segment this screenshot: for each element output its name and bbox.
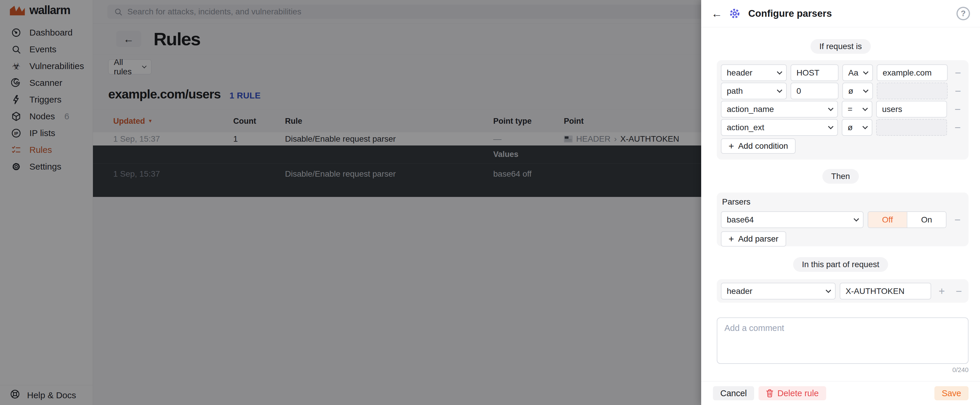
comment-field-wrap: [717, 318, 969, 364]
panel-header: ← Configure parsers ?: [701, 0, 980, 27]
help-icon[interactable]: ?: [956, 7, 970, 20]
delete-rule-button[interactable]: Delete rule: [759, 386, 826, 400]
condition-operator-select[interactable]: ø: [842, 119, 872, 136]
section-then: Then: [822, 169, 859, 184]
condition-field-select[interactable]: path: [721, 83, 787, 99]
request-part-card: header + −: [717, 279, 969, 303]
chevron-down-icon: [862, 124, 868, 129]
parser-on-option[interactable]: On: [907, 212, 946, 227]
condition-row: path ø −: [721, 83, 964, 99]
condition-value-input[interactable]: [877, 64, 948, 81]
cancel-button[interactable]: Cancel: [713, 386, 754, 400]
remove-condition-button[interactable]: −: [951, 85, 964, 98]
request-part-value-input[interactable]: [840, 283, 931, 300]
chevron-down-icon: [863, 87, 868, 92]
conditions-card: header Aa − path ø − action_name = − act…: [717, 60, 969, 160]
condition-operator-select[interactable]: ø: [842, 83, 873, 99]
parser-gear-icon: [728, 7, 741, 20]
chevron-down-icon: [854, 216, 859, 221]
parsers-label: Parsers: [722, 197, 964, 206]
trash-icon: [766, 389, 773, 397]
condition-operator-select[interactable]: Aa: [842, 64, 873, 81]
comment-textarea[interactable]: [717, 318, 969, 364]
remove-condition-button[interactable]: −: [951, 103, 964, 116]
chevron-down-icon: [777, 69, 782, 75]
remove-part-button[interactable]: −: [952, 285, 965, 298]
condition-row: action_ext ø −: [721, 119, 964, 136]
condition-field-select[interactable]: header: [721, 64, 787, 81]
request-part-row: header + −: [721, 283, 964, 300]
add-condition-button[interactable]: +Add condition: [721, 138, 795, 154]
remove-parser-button[interactable]: −: [951, 213, 964, 226]
panel-footer: Cancel Delete rule Save: [701, 381, 980, 405]
remove-condition-button[interactable]: −: [951, 121, 964, 134]
parser-state-toggle: Off On: [868, 211, 947, 228]
chevron-down-icon: [826, 287, 831, 293]
condition-arg-input[interactable]: [791, 83, 838, 99]
chevron-down-icon: [828, 124, 833, 129]
remove-condition-button[interactable]: −: [951, 67, 964, 79]
add-parser-button[interactable]: +Add parser: [721, 231, 786, 246]
plus-icon: +: [729, 234, 734, 244]
parser-off-option[interactable]: Off: [868, 212, 907, 227]
chevron-down-icon: [777, 87, 782, 92]
condition-field-select[interactable]: action_name: [721, 101, 838, 118]
parser-select[interactable]: base64: [721, 211, 864, 228]
add-part-button[interactable]: +: [935, 285, 948, 298]
condition-value-input[interactable]: [876, 101, 947, 118]
configure-parsers-panel: ← Configure parsers ? If request is head…: [701, 0, 980, 405]
panel-title: Configure parsers: [748, 8, 951, 19]
request-part-select[interactable]: header: [721, 283, 835, 300]
condition-value-input-disabled: [877, 83, 948, 99]
chevron-down-icon: [828, 105, 833, 111]
section-if-request-is: If request is: [811, 39, 871, 54]
chevron-down-icon: [862, 105, 868, 111]
save-button[interactable]: Save: [934, 386, 969, 400]
condition-arg-input[interactable]: [791, 64, 838, 81]
parsers-card: Parsers base64 Off On − +Add parser: [717, 192, 969, 246]
condition-row: action_name = −: [721, 101, 964, 118]
parser-row: base64 Off On −: [721, 211, 964, 228]
plus-icon: +: [729, 141, 734, 151]
section-in-this-part: In this part of request: [793, 257, 888, 272]
condition-row: header Aa −: [721, 64, 964, 81]
modal-overlay[interactable]: [0, 0, 701, 405]
condition-field-select[interactable]: action_ext: [721, 119, 838, 136]
chevron-down-icon: [863, 69, 868, 75]
condition-operator-select[interactable]: =: [842, 101, 872, 118]
condition-value-input-disabled: [876, 119, 947, 136]
comment-char-counter: 0/240: [952, 366, 969, 374]
panel-back-button[interactable]: ←: [711, 8, 722, 19]
app-window: wallarm Dashboard Events ☣ Vulnerabiliti…: [0, 0, 980, 405]
